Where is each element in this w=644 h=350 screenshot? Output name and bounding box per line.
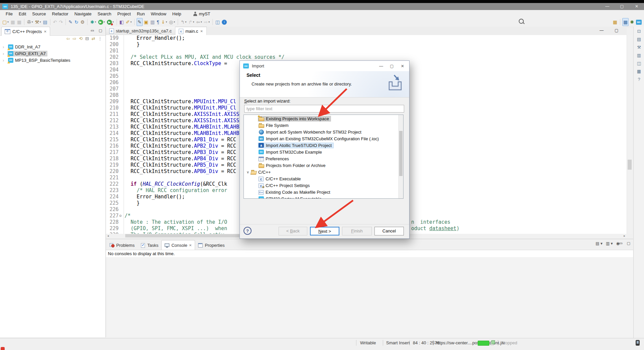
dialog-minimize-button[interactable]: — xyxy=(376,61,386,71)
close-tab-icon[interactable]: ✕ xyxy=(200,29,203,33)
mark-occurrences-icon[interactable]: ✎ xyxy=(137,18,143,26)
last-edit-location-icon[interactable]: ↰▾ xyxy=(180,18,187,26)
console-minimize-icon[interactable]: ▭ xyxy=(619,241,622,245)
external-tools-icon[interactable]: ▶▾ xyxy=(106,18,115,26)
wizard-item[interactable]: ✦Existing Projects into Workspace xyxy=(244,115,404,122)
wizard-item[interactable]: ∨C/C++ xyxy=(244,169,399,175)
search-button[interactable] xyxy=(519,19,524,25)
save-icon[interactable]: ▦ xyxy=(10,18,16,26)
editor-tab-main.c[interactable]: cmain.c✕ xyxy=(175,27,207,35)
undo-nav-icon[interactable]: ↶ xyxy=(52,18,58,26)
annotations-nav-icon[interactable]: ◎▾ xyxy=(168,18,176,26)
wizard-item[interactable]: cC/C++ Project Settings xyxy=(244,182,404,189)
wizard-item[interactable]: IDEImport STM32Cube Example xyxy=(244,149,404,155)
wizard-list-scrollbar[interactable] xyxy=(398,115,403,198)
back-button[interactable]: < Back xyxy=(279,227,307,235)
editor-tab-startup_stm32mp135c_ca7.c[interactable]: cstartup_stm32mp135c_ca7.c xyxy=(106,27,175,35)
console-tab-problems[interactable]: Problems xyxy=(107,240,138,250)
sort-members-icon[interactable]: ⇓▾ xyxy=(161,18,168,26)
wizard-item[interactable]: Projects from Folder or Archive xyxy=(244,162,404,169)
call-hierarchy-view-icon[interactable]: ▦ xyxy=(637,69,641,74)
wizard-item[interactable]: File System xyxy=(244,122,404,129)
filter-input[interactable] xyxy=(244,105,404,113)
console-tab-properties[interactable]: Properties xyxy=(195,240,227,250)
show-whitespace-icon[interactable]: ¶ xyxy=(156,18,160,26)
wizard-item[interactable]: MXImport an Existing STM32CubeMX Configu… xyxy=(244,135,404,142)
close-view-icon[interactable]: ✕ xyxy=(44,30,46,33)
close-tab-icon[interactable]: ✕ xyxy=(189,243,192,247)
project-item[interactable]: ›IDEDDR_Init_A7 xyxy=(0,43,106,50)
help-button[interactable]: ? xyxy=(244,227,252,235)
open-type-icon[interactable]: ▣ xyxy=(143,18,149,26)
new-source-file-icon[interactable]: ▤ xyxy=(42,18,48,26)
minimize-view-icon[interactable]: ▭ xyxy=(91,28,94,33)
menu-search[interactable]: Search xyxy=(95,11,114,17)
up-icon[interactable]: ⟲ xyxy=(79,36,83,41)
menu-project[interactable]: Project xyxy=(114,11,134,17)
menu-source[interactable]: Source xyxy=(29,11,49,17)
forward-history-icon[interactable]: ⇨▾ xyxy=(203,18,210,26)
wizard-item[interactable]: aImport Atollic TrueSTUDIO Project xyxy=(244,142,404,149)
refresh-icon[interactable]: ↻ xyxy=(74,18,79,26)
editor-vertical-scrollbar[interactable] xyxy=(627,35,633,234)
view-menu-icon[interactable]: ⋮ xyxy=(98,36,102,41)
coverage-icon[interactable]: ◧ xyxy=(119,18,125,26)
wizard-item[interactable]: Preferences xyxy=(244,155,404,162)
debug-perspective-icon[interactable]: ✺ xyxy=(629,18,635,26)
menu-window[interactable]: Window xyxy=(148,11,169,17)
console-tab-tasks[interactable]: Tasks xyxy=(138,240,161,250)
scroll-right-icon[interactable]: ▸ xyxy=(622,234,627,238)
outline-view-icon[interactable]: ▤ xyxy=(637,37,641,42)
annotate-icon[interactable]: ✐▾ xyxy=(125,18,132,26)
scroll-left-icon[interactable]: ◂ xyxy=(106,234,110,238)
next-edit-location-icon[interactable]: ↱▾ xyxy=(188,18,195,26)
wizard-item[interactable]: cC/C++ Executable xyxy=(244,175,404,182)
redo-nav-icon[interactable]: ↷ xyxy=(58,18,64,26)
program-device-icon[interactable]: ✇▾ xyxy=(26,18,33,26)
build-icon[interactable]: ⚒▾ xyxy=(34,18,41,26)
editor-minimize-icon[interactable]: — xyxy=(600,28,604,33)
wizard-item[interactable]: IDESTM32 Cortex-M Executable xyxy=(244,195,404,199)
show-templates-icon[interactable]: ▥ xyxy=(150,18,155,26)
cpp-perspective-icon[interactable]: ▦ xyxy=(622,18,629,26)
project-item[interactable]: ›IDEGPIO_EXTI_A7 xyxy=(0,50,106,57)
run-icon[interactable]: ▶▾ xyxy=(98,18,106,26)
maximize-view-icon[interactable]: ▢ xyxy=(99,28,102,33)
wizard-item[interactable]: C++Existing Code as Makefile Project xyxy=(244,189,404,195)
wizard-item[interactable]: Import ac6 System Workbench for STM32 Pr… xyxy=(244,129,404,135)
debug-config-icon[interactable]: ✱▾ xyxy=(90,18,97,26)
build-targets-view-icon[interactable]: ⚒ xyxy=(637,45,641,50)
search-tool-icon[interactable]: ✎ xyxy=(68,18,73,26)
include-browser-view-icon[interactable]: ◫ xyxy=(637,61,641,66)
next-button[interactable]: Next > xyxy=(310,227,339,235)
dialog-maximize-button[interactable]: ▢ xyxy=(386,61,397,71)
expand-chevron-icon[interactable]: › xyxy=(3,51,7,56)
collapse-all-icon[interactable]: ⊟ xyxy=(85,36,89,41)
info-icon[interactable]: i xyxy=(221,18,227,26)
menu-file[interactable]: File xyxy=(3,11,16,17)
back-history-icon[interactable]: ⇦▾ xyxy=(195,18,202,26)
dialog-close-button[interactable]: ✕ xyxy=(397,61,408,71)
menu-edit[interactable]: Edit xyxy=(16,11,29,17)
documentation-view-icon[interactable]: ▥ xyxy=(637,53,641,58)
scrollbar-thumb[interactable] xyxy=(628,160,632,170)
display-selected-console-icon[interactable]: ▥ ▾ xyxy=(606,241,613,246)
cancel-button[interactable]: Cancel xyxy=(374,227,404,235)
console-tab-console[interactable]: Console✕ xyxy=(161,240,195,250)
myst-account[interactable]: myST xyxy=(193,11,210,16)
link-with-editor-icon[interactable]: ◫ xyxy=(215,18,220,26)
back-icon[interactable]: ⇦ xyxy=(66,36,70,41)
finish-button[interactable]: Finish xyxy=(342,227,372,235)
menu-run[interactable]: Run xyxy=(134,11,148,17)
open-perspective-icon[interactable]: ▦ xyxy=(612,18,618,26)
scrollbar-thumb[interactable] xyxy=(399,131,402,176)
minimize-button[interactable]: — xyxy=(600,3,615,10)
menu-help[interactable]: Help xyxy=(169,11,184,17)
expanded-chevron-icon[interactable]: ∨ xyxy=(246,170,250,174)
open-console-icon[interactable]: ▤ ▾ xyxy=(596,241,603,246)
menu-refactor[interactable]: Refactor xyxy=(49,11,71,17)
editor-maximize-icon[interactable]: ▢ xyxy=(615,28,618,33)
remote-device-icon[interactable] xyxy=(636,340,640,346)
restore-view-icon[interactable]: ⊡ xyxy=(637,29,641,34)
save-all-icon[interactable]: ▦ xyxy=(16,18,22,26)
